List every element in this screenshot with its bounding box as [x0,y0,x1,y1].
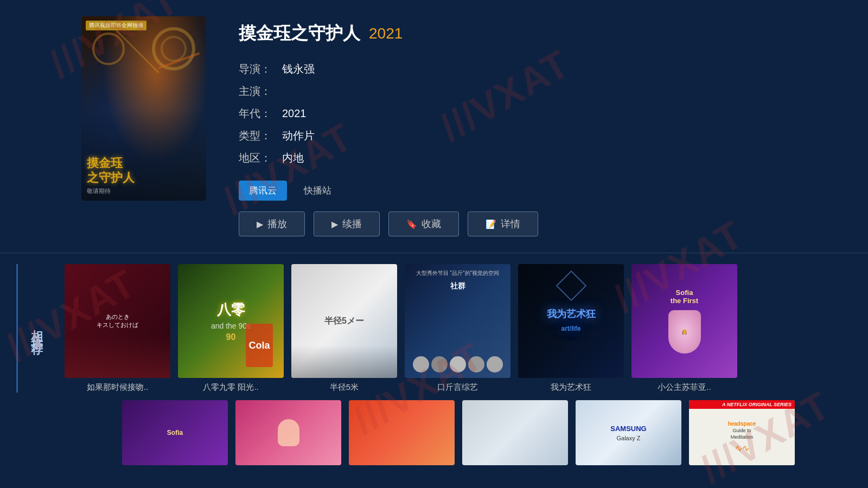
list-item[interactable]: 八零 and the 90s 90 Cola 八零九零 阳光.. [178,264,284,393]
play-button[interactable]: ▶ 播放 [239,211,305,236]
list-item[interactable] [349,400,455,465]
cast-row: 主演： [239,84,835,99]
list-item[interactable]: 半径5メー 半径5米 [291,264,397,393]
region-label: 地区： [239,151,282,165]
thumb2-headspace: A NETFLIX ORIGINAL SERIES headspace Guid… [689,400,795,465]
source-kuaibo[interactable]: 快播站 [293,181,342,201]
related-title: 小公主苏菲亚.. [631,382,737,393]
list-item[interactable]: 我为艺术狂art/life 我为艺术狂 [518,264,624,393]
thumb2-samsung: SAMSUNG Galaxy Z [576,400,681,465]
thumb-art: 我为艺术狂art/life [518,264,624,378]
related-grid: あのときキスしておけば 如果那时候接吻.. 八零 and the 90s 90 … [56,264,852,393]
list-item[interactable]: Sofia [122,400,228,465]
genre-row: 类型： 动作片 [239,129,835,143]
thumb-sofia: Sofiathe First 👸 [631,264,737,378]
region-row: 地区： 内地 [239,151,835,165]
action-row: ▶ 播放 ▶ 续播 🔖 收藏 📝 详情 [239,211,835,236]
detail-button[interactable]: 📝 详情 [468,211,538,236]
related-row2: Sofia SAMSUNG Galaxy Z A NETFLIX O [0,400,868,465]
list-item[interactable] [235,400,341,465]
info-area: 摸金珏之守护人 2021 导演： 钱永强 主演： 年代： 2021 类型： 动作… [239,16,835,236]
poster-title-cn: 摸金珏之守护人 [87,156,201,185]
director-label: 导演： [239,62,282,76]
movie-year: 2021 [369,25,403,42]
list-item[interactable]: A NETFLIX ORIGINAL SERIES headspace Guid… [689,400,795,465]
poster-subtitle: 敬请期待 [87,187,201,195]
related-section: 相关推荐 あのときキスしておけば 如果那时候接吻.. 八零 and the 90… [0,264,868,393]
source-tencent[interactable]: 腾讯云 [239,181,287,201]
thumb2-anime [235,400,341,465]
resume-button[interactable]: ▶ 续播 [314,211,380,236]
detail-section: 腾讯视频即将全网独播 摸金珏之守护人 敬请期待 摸金珏之守护人 2021 导演：… [0,0,868,247]
genre-label: 类型： [239,129,282,143]
favorite-icon: 🔖 [406,219,417,229]
director-row: 导演： 钱永强 [239,62,835,76]
play-icon: ▶ [257,219,263,229]
director-value: 钱永强 [282,62,315,76]
related-title: 口斤言综艺 [405,382,510,393]
thumb2-color [349,400,455,465]
list-item[interactable] [462,400,568,465]
list-item[interactable]: Sofiathe First 👸 小公主苏菲亚.. [631,264,737,393]
thumb-5m: 半径5メー [291,264,397,378]
favorite-label: 收藏 [422,217,441,230]
cast-label: 主演： [239,84,282,99]
resume-label: 续播 [342,217,362,230]
thumb-kiss: あのときキスしておけば [65,264,170,378]
related-title: 半径5米 [291,382,397,393]
genre-value: 动作片 [282,129,315,143]
list-item[interactable]: あのときキスしておけば 如果那时候接吻.. [65,264,170,393]
thumb-8090: 八零 and the 90s 90 Cola [178,264,284,378]
year-value: 2021 [282,107,307,120]
thumb-kouqin: 大型秀外节目 "品斤"的"视觉的空间 社群 [405,264,510,378]
year-row: 年代： 2021 [239,106,835,121]
year-label: 年代： [239,106,282,121]
region-value: 内地 [282,151,304,165]
related-title: 八零九零 阳光.. [178,382,284,393]
movie-title-row: 摸金珏之守护人 2021 [239,22,835,46]
movie-title-text: 摸金珏之守护人 [239,22,360,46]
favorite-button[interactable]: 🔖 收藏 [388,211,459,236]
related-title: 如果那时候接吻.. [65,382,170,393]
thumb2-person [462,400,568,465]
meta-grid: 导演： 钱永强 主演： 年代： 2021 类型： 动作片 地区： 内地 [239,62,835,165]
poster-badge: 腾讯视频即将全网独播 [86,21,146,30]
list-item[interactable]: 大型秀外节目 "品斤"的"视觉的空间 社群 口斤言综艺 [405,264,510,393]
related-title: 我为艺术狂 [518,382,624,393]
section-divider [0,253,868,253]
movie-poster: 腾讯视频即将全网独播 摸金珏之守护人 敬请期待 [81,16,206,201]
detail-label: 详情 [501,217,520,230]
detail-icon: 📝 [486,219,496,229]
source-row: 腾讯云 快播站 [239,181,835,201]
list-item[interactable]: SAMSUNG Galaxy Z [576,400,681,465]
resume-icon: ▶ [331,219,338,229]
thumb2-sofia: Sofia [122,400,228,465]
play-label: 播放 [267,217,287,230]
related-label: 相关推荐 [16,264,56,393]
